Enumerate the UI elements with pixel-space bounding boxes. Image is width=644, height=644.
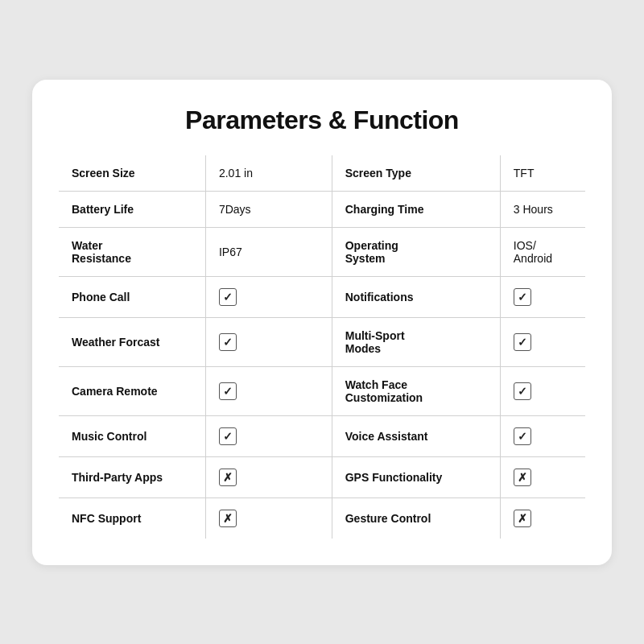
check-no-icon [219, 469, 237, 486]
left-check [205, 415, 332, 456]
table-row: Camera RemoteWatch Face Customization [59, 366, 586, 415]
right-label: Operating System [332, 227, 500, 276]
page-title: Parameters & Function [58, 105, 586, 135]
table-row: Weather ForcastMulti-Sport Modes [59, 317, 586, 366]
right-label: GPS Functionality [332, 456, 500, 497]
left-value: 2.01 in [205, 155, 332, 191]
left-value: IP67 [205, 227, 332, 276]
left-check [205, 497, 332, 539]
right-label: Gesture Control [332, 497, 500, 539]
params-table: Screen Size2.01 inScreen TypeTFTBattery … [58, 155, 586, 539]
check-yes-icon [219, 427, 237, 445]
right-check [500, 415, 585, 456]
left-check [205, 276, 332, 317]
right-check [500, 366, 585, 415]
right-label: Charging Time [332, 191, 500, 227]
right-label: Watch Face Customization [332, 366, 500, 415]
left-check [205, 456, 332, 497]
table-row: Third-Party AppsGPS Functionality [59, 456, 586, 497]
check-no-icon [514, 510, 531, 527]
check-yes-icon [219, 288, 237, 306]
left-label: Water Resistance [59, 227, 206, 276]
table-row: Battery Life7DaysCharging Time3 Hours [59, 191, 586, 227]
right-value: 3 Hours [500, 191, 585, 227]
right-label: Multi-Sport Modes [332, 317, 500, 366]
check-yes-icon [219, 333, 237, 351]
left-label: NFC Support [59, 497, 206, 539]
check-yes-icon [514, 288, 531, 306]
check-yes-icon [514, 382, 531, 400]
right-label: Screen Type [332, 155, 500, 191]
left-label: Weather Forcast [59, 317, 206, 366]
left-label: Screen Size [59, 155, 206, 191]
left-label: Battery Life [59, 191, 206, 227]
table-row: Water ResistanceIP67Operating SystemIOS/… [59, 227, 586, 276]
check-yes-icon [514, 427, 531, 445]
right-check [500, 456, 585, 497]
right-check [500, 317, 585, 366]
left-check [205, 366, 332, 415]
table-row: Music ControlVoice Assistant [59, 415, 586, 456]
check-yes-icon [514, 333, 531, 351]
left-label: Music Control [59, 415, 206, 456]
check-no-icon [514, 469, 531, 486]
right-value: TFT [500, 155, 585, 191]
left-check [205, 317, 332, 366]
left-value: 7Days [205, 191, 332, 227]
right-label: Notifications [332, 276, 500, 317]
table-row: NFC SupportGesture Control [59, 497, 586, 539]
check-no-icon [219, 510, 237, 527]
left-label: Camera Remote [59, 366, 206, 415]
table-row: Phone CallNotifications [59, 276, 586, 317]
check-yes-icon [219, 382, 237, 400]
table-row: Screen Size2.01 inScreen TypeTFT [59, 155, 586, 191]
card: Parameters & Function Screen Size2.01 in… [32, 80, 612, 565]
right-label: Voice Assistant [332, 415, 500, 456]
right-value: IOS/ Android [500, 227, 585, 276]
right-check [500, 276, 585, 317]
left-label: Phone Call [59, 276, 206, 317]
right-check [500, 497, 585, 539]
left-label: Third-Party Apps [59, 456, 206, 497]
